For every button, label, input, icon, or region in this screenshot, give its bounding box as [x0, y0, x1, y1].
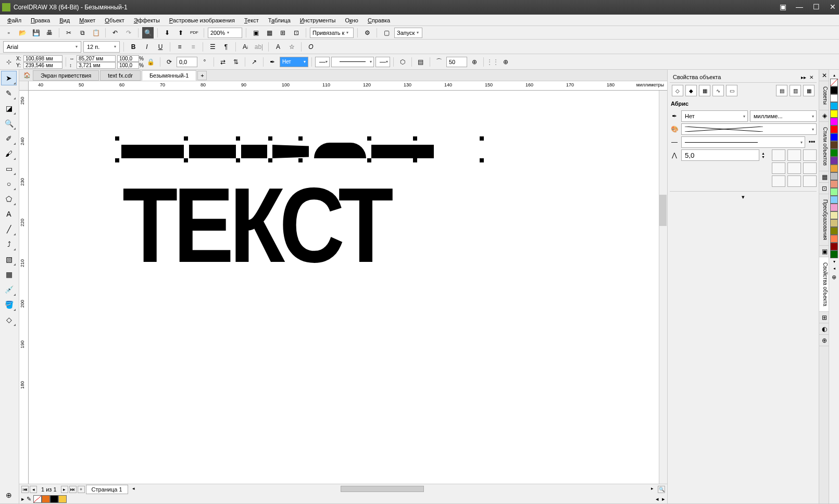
palette-swatch[interactable]: [830, 243, 838, 250]
palette-swatch[interactable]: [830, 165, 838, 172]
palette-swatch[interactable]: [830, 110, 838, 118]
minimize-button[interactable]: —: [795, 3, 804, 11]
edit-text-button[interactable]: ab|: [253, 41, 265, 53]
pos1-button[interactable]: [772, 175, 785, 187]
options-button[interactable]: ⚙: [361, 27, 373, 39]
page-add-button[interactable]: +: [78, 486, 85, 493]
cap1-button[interactable]: [772, 162, 785, 174]
height-input[interactable]: [77, 62, 116, 69]
color-icon[interactable]: ◐: [819, 323, 830, 335]
curve-tab[interactable]: ∿: [712, 85, 724, 96]
view-mode2-button[interactable]: ▥: [790, 85, 801, 96]
color-swatch[interactable]: [50, 495, 58, 503]
menu-object[interactable]: Объект: [101, 16, 128, 24]
align-icon[interactable]: ▦: [819, 171, 830, 183]
freehand-tool[interactable]: ✐: [1, 131, 17, 146]
docker-collapse-icon[interactable]: ▸▸: [801, 74, 806, 80]
file2-tab[interactable]: Безымянный-1: [142, 70, 197, 81]
redo-button[interactable]: ↷: [123, 27, 134, 39]
convert-button[interactable]: ⋮⋮: [487, 56, 498, 68]
color-swatch[interactable]: [58, 495, 67, 503]
eyedropper-icon[interactable]: ✎: [27, 496, 31, 502]
width-input[interactable]: [77, 55, 116, 62]
extras-icon[interactable]: ⊕: [819, 335, 830, 346]
menu-file[interactable]: Файл: [3, 16, 26, 24]
fill-tab[interactable]: ◆: [685, 85, 697, 96]
frame-tab[interactable]: ▭: [726, 85, 737, 96]
menu-bitmaps[interactable]: Растровые изображения: [165, 16, 239, 24]
palette-swatch[interactable]: [830, 211, 838, 219]
palette-swatch[interactable]: [830, 118, 838, 125]
pos3-button[interactable]: [803, 175, 817, 187]
palette-swatch[interactable]: [830, 250, 838, 258]
paste-button[interactable]: 📋: [90, 27, 102, 39]
connector-tool[interactable]: ⤴: [1, 237, 17, 251]
corner1-button[interactable]: [772, 149, 785, 161]
pos2-button[interactable]: [787, 175, 801, 187]
transparency-tab[interactable]: ▦: [699, 85, 710, 96]
page-first-button[interactable]: ⏮: [21, 486, 29, 493]
cut-button[interactable]: ✂: [63, 27, 74, 39]
addons-button[interactable]: ▢: [381, 27, 392, 39]
text-tool[interactable]: A: [1, 207, 17, 221]
fill-tool[interactable]: 🪣: [1, 297, 17, 312]
dropcap-button[interactable]: ¶: [220, 41, 232, 53]
corner2-button[interactable]: [787, 149, 801, 161]
italic-button[interactable]: I: [141, 41, 153, 53]
miter-input[interactable]: [681, 149, 759, 161]
pdf-button[interactable]: PDF: [189, 27, 200, 39]
export-button[interactable]: ⬆: [175, 27, 186, 39]
save-button[interactable]: 💾: [30, 27, 42, 39]
palette-swatch[interactable]: [830, 125, 838, 133]
palette-swatch[interactable]: [830, 180, 838, 188]
menu-text[interactable]: Текст: [240, 16, 263, 24]
palette-swatch[interactable]: [830, 196, 838, 204]
palette-swatch[interactable]: [830, 204, 838, 211]
underline-button[interactable]: U: [155, 41, 166, 53]
close-docker-icon[interactable]: ✕: [819, 70, 830, 81]
undo-button[interactable]: ↶: [109, 27, 121, 39]
palette-swatch[interactable]: [830, 172, 838, 180]
maximize-button[interactable]: ☐: [812, 3, 820, 11]
start-arrow-combo[interactable]: —: [315, 57, 330, 67]
horizontal-ruler[interactable]: 40 50 60 70 80 90 100 110 120 130 140 15…: [29, 81, 667, 91]
palette-swatch[interactable]: [830, 86, 838, 94]
props-tab[interactable]: Свойства объекта: [819, 257, 830, 312]
welcome-tab[interactable]: Экран приветствия: [33, 70, 99, 81]
color-bar-menu-icon[interactable]: ▸: [21, 496, 24, 502]
view-mode1-button[interactable]: ▤: [776, 85, 787, 96]
menu-effects[interactable]: Эффекты: [130, 16, 164, 24]
mirror-v-button[interactable]: ⇅: [230, 56, 242, 68]
palette-swatch[interactable]: [830, 157, 838, 165]
palette-swatch[interactable]: [830, 133, 838, 141]
font-combo[interactable]: Arial▾: [3, 41, 81, 53]
zoom-combo[interactable]: 200%▾: [208, 28, 242, 38]
styles-tab[interactable]: Стили объектов: [819, 122, 830, 171]
vertical-ruler[interactable]: 250 240 230 220 210 200 190 180: [19, 91, 29, 484]
menu-layout[interactable]: Макет: [75, 16, 99, 24]
pick-tool[interactable]: ➤: [1, 71, 17, 85]
menu-help[interactable]: Справка: [364, 16, 394, 24]
menu-window[interactable]: Окно: [341, 16, 362, 24]
shape-tool[interactable]: ✎: [1, 86, 17, 100]
rectangle-tool[interactable]: ▭: [1, 161, 17, 176]
polygon-tool[interactable]: ⬠: [1, 192, 17, 206]
quick-customize-icon[interactable]: ▣: [779, 3, 787, 11]
rotation-input[interactable]: 0,0: [177, 57, 197, 67]
cap3-button[interactable]: [803, 162, 817, 174]
snap-combo[interactable]: Привязать к▾: [310, 28, 354, 38]
new-button[interactable]: ▫: [3, 27, 15, 39]
fullscreen-button[interactable]: ▣: [250, 27, 261, 39]
color-bar-right-icon[interactable]: ▸: [662, 496, 665, 502]
tolerance-apply-button[interactable]: ⊕: [469, 56, 480, 68]
palette-swatch[interactable]: [830, 102, 838, 110]
menu-table[interactable]: Таблица: [264, 16, 295, 24]
palette-up-button[interactable]: ▴: [832, 72, 836, 79]
palette-add-button[interactable]: ⊕: [832, 274, 836, 281]
canvas[interactable]: ТЕКСТ: [29, 91, 659, 484]
add-tab-button[interactable]: +: [197, 71, 207, 80]
page-next-button[interactable]: ▸: [61, 486, 68, 493]
outline-width-combo[interactable]: Нет▾: [280, 57, 308, 67]
close-button[interactable]: ✕: [829, 3, 837, 11]
menu-tools[interactable]: Инструменты: [296, 16, 340, 24]
